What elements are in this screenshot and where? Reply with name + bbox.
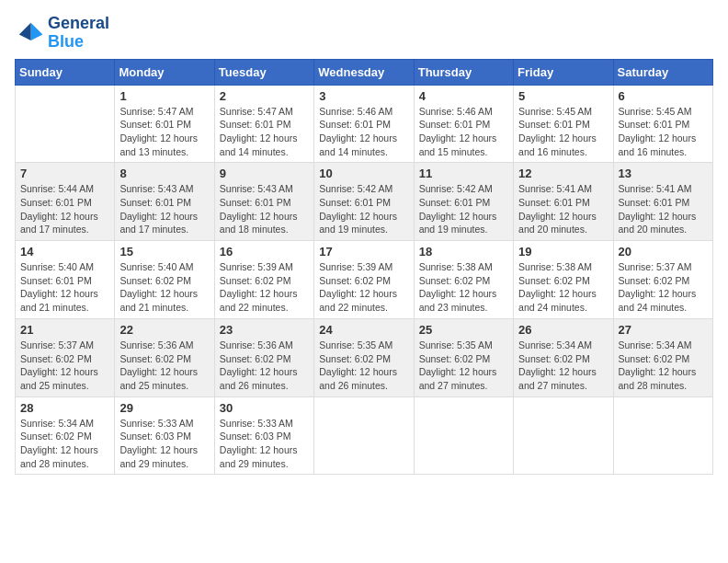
day-info: Sunrise: 5:37 AM Sunset: 6:02 PM Dayligh…: [20, 339, 109, 393]
calendar-cell: 28Sunrise: 5:34 AM Sunset: 6:02 PM Dayli…: [16, 396, 115, 475]
day-number: 26: [518, 323, 608, 337]
day-info: Sunrise: 5:42 AM Sunset: 6:01 PM Dayligh…: [319, 182, 408, 236]
calendar-cell: 6Sunrise: 5:45 AM Sunset: 6:01 PM Daylig…: [613, 85, 712, 163]
week-row: 28Sunrise: 5:34 AM Sunset: 6:02 PM Dayli…: [16, 396, 713, 475]
logo: General Blue: [15, 15, 109, 52]
calendar-cell: 4Sunrise: 5:46 AM Sunset: 6:01 PM Daylig…: [414, 85, 513, 163]
calendar-cell: 14Sunrise: 5:40 AM Sunset: 6:01 PM Dayli…: [16, 241, 115, 319]
day-number: 23: [220, 323, 309, 337]
week-row: 1Sunrise: 5:47 AM Sunset: 6:01 PM Daylig…: [16, 85, 713, 163]
header-day: Saturday: [613, 59, 712, 85]
day-info: Sunrise: 5:33 AM Sunset: 6:03 PM Dayligh…: [220, 417, 309, 471]
calendar-cell: [16, 85, 115, 163]
day-info: Sunrise: 5:40 AM Sunset: 6:01 PM Dayligh…: [20, 260, 109, 315]
day-info: Sunrise: 5:34 AM Sunset: 6:02 PM Dayligh…: [619, 339, 708, 393]
day-number: 7: [20, 167, 109, 180]
header: General Blue: [15, 15, 713, 52]
calendar-cell: 16Sunrise: 5:39 AM Sunset: 6:02 PM Dayli…: [214, 241, 313, 319]
day-info: Sunrise: 5:41 AM Sunset: 6:01 PM Dayligh…: [518, 182, 608, 236]
day-number: 29: [119, 401, 209, 415]
day-number: 22: [119, 323, 209, 337]
header-day: Friday: [514, 59, 613, 85]
day-number: 4: [419, 89, 508, 103]
calendar-cell: [314, 396, 414, 475]
day-number: 27: [619, 323, 708, 337]
logo-icon: [15, 18, 44, 48]
day-info: Sunrise: 5:35 AM Sunset: 6:02 PM Dayligh…: [419, 339, 508, 393]
calendar-cell: 15Sunrise: 5:40 AM Sunset: 6:02 PM Dayli…: [115, 241, 214, 319]
week-row: 7Sunrise: 5:44 AM Sunset: 6:01 PM Daylig…: [16, 163, 713, 241]
day-number: 11: [419, 167, 508, 180]
header-day: Tuesday: [214, 59, 313, 85]
day-number: 8: [119, 167, 209, 180]
svg-marker-0: [31, 23, 43, 40]
week-row: 14Sunrise: 5:40 AM Sunset: 6:01 PM Dayli…: [16, 241, 713, 319]
day-number: 19: [518, 245, 608, 259]
day-info: Sunrise: 5:45 AM Sunset: 6:01 PM Dayligh…: [518, 105, 608, 159]
day-number: 10: [319, 167, 408, 180]
logo-text: General Blue: [48, 15, 109, 52]
calendar-cell: 20Sunrise: 5:37 AM Sunset: 6:02 PM Dayli…: [613, 241, 712, 319]
day-info: Sunrise: 5:46 AM Sunset: 6:01 PM Dayligh…: [319, 105, 408, 159]
day-number: 16: [220, 245, 309, 259]
day-info: Sunrise: 5:43 AM Sunset: 6:01 PM Dayligh…: [119, 182, 209, 236]
day-number: 12: [518, 167, 608, 180]
day-info: Sunrise: 5:36 AM Sunset: 6:02 PM Dayligh…: [220, 339, 309, 393]
calendar-cell: [613, 396, 712, 475]
calendar-cell: 3Sunrise: 5:46 AM Sunset: 6:01 PM Daylig…: [314, 85, 414, 163]
day-number: 25: [419, 323, 508, 337]
day-info: Sunrise: 5:37 AM Sunset: 6:02 PM Dayligh…: [619, 260, 708, 315]
day-info: Sunrise: 5:44 AM Sunset: 6:01 PM Dayligh…: [20, 182, 109, 236]
day-info: Sunrise: 5:33 AM Sunset: 6:03 PM Dayligh…: [119, 417, 209, 471]
day-number: 3: [319, 89, 408, 103]
day-info: Sunrise: 5:45 AM Sunset: 6:01 PM Dayligh…: [619, 105, 708, 159]
calendar-cell: 11Sunrise: 5:42 AM Sunset: 6:01 PM Dayli…: [414, 163, 513, 241]
day-number: 18: [419, 245, 508, 259]
day-number: 28: [20, 401, 109, 415]
calendar-cell: 22Sunrise: 5:36 AM Sunset: 6:02 PM Dayli…: [115, 318, 214, 396]
day-number: 30: [220, 401, 309, 415]
day-info: Sunrise: 5:47 AM Sunset: 6:01 PM Dayligh…: [119, 105, 209, 159]
day-info: Sunrise: 5:40 AM Sunset: 6:02 PM Dayligh…: [119, 260, 209, 315]
calendar-cell: 25Sunrise: 5:35 AM Sunset: 6:02 PM Dayli…: [414, 318, 513, 396]
day-number: 13: [619, 167, 708, 180]
calendar-cell: 27Sunrise: 5:34 AM Sunset: 6:02 PM Dayli…: [613, 318, 712, 396]
day-info: Sunrise: 5:38 AM Sunset: 6:02 PM Dayligh…: [419, 260, 508, 315]
day-number: 6: [619, 89, 708, 103]
calendar-cell: 9Sunrise: 5:43 AM Sunset: 6:01 PM Daylig…: [214, 163, 313, 241]
calendar-cell: 21Sunrise: 5:37 AM Sunset: 6:02 PM Dayli…: [16, 318, 115, 396]
header-day: Wednesday: [314, 59, 414, 85]
day-info: Sunrise: 5:36 AM Sunset: 6:02 PM Dayligh…: [119, 339, 209, 393]
calendar-cell: 26Sunrise: 5:34 AM Sunset: 6:02 PM Dayli…: [514, 318, 613, 396]
calendar-cell: 2Sunrise: 5:47 AM Sunset: 6:01 PM Daylig…: [214, 85, 313, 163]
calendar-cell: 1Sunrise: 5:47 AM Sunset: 6:01 PM Daylig…: [115, 85, 214, 163]
day-number: 24: [319, 323, 408, 337]
day-info: Sunrise: 5:39 AM Sunset: 6:02 PM Dayligh…: [220, 260, 309, 315]
day-number: 14: [20, 245, 109, 259]
calendar-cell: [414, 396, 513, 475]
day-info: Sunrise: 5:47 AM Sunset: 6:01 PM Dayligh…: [220, 105, 309, 159]
calendar-cell: 5Sunrise: 5:45 AM Sunset: 6:01 PM Daylig…: [514, 85, 613, 163]
header-row: SundayMondayTuesdayWednesdayThursdayFrid…: [16, 59, 713, 85]
day-number: 9: [220, 167, 309, 180]
day-info: Sunrise: 5:42 AM Sunset: 6:01 PM Dayligh…: [419, 182, 508, 236]
header-day: Sunday: [16, 59, 115, 85]
day-number: 20: [619, 245, 708, 259]
day-number: 5: [518, 89, 608, 103]
day-info: Sunrise: 5:46 AM Sunset: 6:01 PM Dayligh…: [419, 105, 508, 159]
day-info: Sunrise: 5:38 AM Sunset: 6:02 PM Dayligh…: [518, 260, 608, 315]
calendar-cell: [514, 396, 613, 475]
day-info: Sunrise: 5:39 AM Sunset: 6:02 PM Dayligh…: [319, 260, 408, 315]
calendar-cell: 8Sunrise: 5:43 AM Sunset: 6:01 PM Daylig…: [115, 163, 214, 241]
week-row: 21Sunrise: 5:37 AM Sunset: 6:02 PM Dayli…: [16, 318, 713, 396]
calendar-cell: 19Sunrise: 5:38 AM Sunset: 6:02 PM Dayli…: [514, 241, 613, 319]
calendar-cell: 10Sunrise: 5:42 AM Sunset: 6:01 PM Dayli…: [314, 163, 414, 241]
calendar-cell: 12Sunrise: 5:41 AM Sunset: 6:01 PM Dayli…: [514, 163, 613, 241]
day-number: 21: [20, 323, 109, 337]
svg-marker-1: [19, 23, 31, 40]
calendar-cell: 30Sunrise: 5:33 AM Sunset: 6:03 PM Dayli…: [214, 396, 313, 475]
calendar-cell: 24Sunrise: 5:35 AM Sunset: 6:02 PM Dayli…: [314, 318, 414, 396]
day-info: Sunrise: 5:34 AM Sunset: 6:02 PM Dayligh…: [518, 339, 608, 393]
calendar-cell: 23Sunrise: 5:36 AM Sunset: 6:02 PM Dayli…: [214, 318, 313, 396]
day-number: 2: [220, 89, 309, 103]
